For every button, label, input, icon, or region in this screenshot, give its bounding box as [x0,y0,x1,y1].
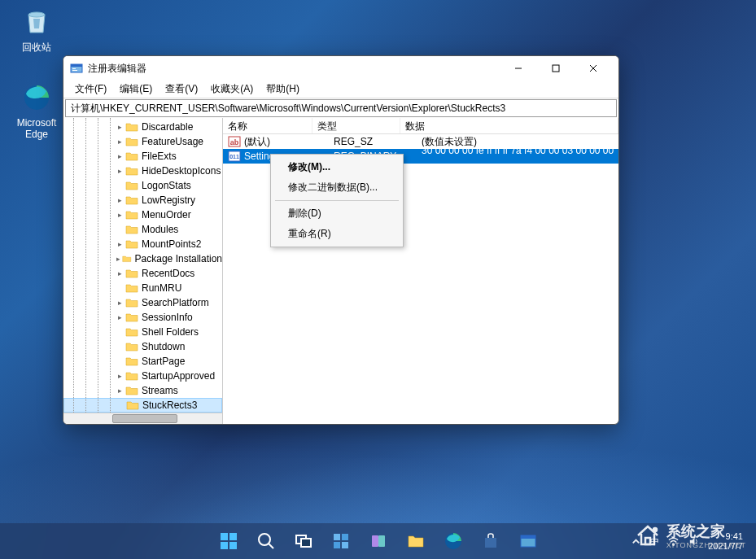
menu-view[interactable]: 查看(V) [159,81,204,98]
tree-item-label: Streams [142,385,178,396]
task-view-button[interactable] [288,526,319,557]
maximize-button[interactable] [537,56,575,81]
svg-rect-7 [553,65,559,72]
edge-taskbar-button[interactable] [438,526,469,557]
tree-item[interactable]: LogonStats [63,178,222,193]
tree-item[interactable]: Modules [63,222,222,237]
tree-item[interactable]: ▸StartupApproved [63,369,222,383]
watermark-sub: XITONGZHIJIA.NET [666,541,746,549]
tree-item[interactable]: ▸MenuOrder [63,207,222,222]
tree-item[interactable]: StartPage [63,354,222,369]
minimize-button[interactable] [500,56,537,81]
svg-rect-4 [72,68,76,69]
expand-icon[interactable]: ▸ [114,372,125,380]
expand-icon[interactable] [114,328,125,336]
ctx-separator [275,200,399,201]
expand-icon[interactable]: ▸ [114,123,125,131]
expand-icon[interactable]: ▸ [114,152,125,160]
desktop-icon-label: Microsoft Edge [8,117,65,140]
chat-button[interactable] [363,526,394,557]
expand-icon[interactable]: ▸ [114,211,125,219]
expand-icon[interactable] [114,357,125,365]
tree-item[interactable]: ▸Package Installation [63,251,222,266]
tree-item[interactable]: Shell Folders [63,325,222,339]
tree-item[interactable]: Shutdown [63,339,222,354]
expand-icon[interactable] [114,181,125,190]
tree-item[interactable]: ▸MountPoints2 [63,237,222,251]
tree-item-label: MountPoints2 [142,238,201,250]
tree-item-label: HideDesktopIcons [142,165,221,177]
regedit-window: 注册表编辑器 文件(F) 编辑(E) 查看(V) 收藏夹(A) 帮助(H) 计算… [63,55,619,425]
menu-favorites[interactable]: 收藏夹(A) [204,81,260,98]
tree-item[interactable]: ▸SessionInfo [63,310,222,325]
tree-item-label: StartPage [142,356,185,367]
svg-point-0 [28,12,45,17]
desktop-icon-label: 回收站 [22,41,51,55]
ctx-modify-binary[interactable]: 修改二进制数据(B)... [273,177,400,198]
ctx-modify[interactable]: 修改(M)... [273,157,400,177]
expand-icon[interactable] [114,284,125,292]
widgets-button[interactable] [326,526,356,557]
svg-line-19 [269,544,273,548]
tree-horizontal-scrollbar[interactable] [63,413,222,424]
search-button[interactable] [251,526,282,557]
context-menu: 修改(M)... 修改二进制数据(B)... 删除(D) 重命名(R) [270,154,404,247]
menubar: 文件(F) 编辑(E) 查看(V) 收藏夹(A) 帮助(H) [63,81,618,98]
svg-rect-24 [334,542,340,548]
start-button[interactable] [213,526,244,557]
expand-icon[interactable] [115,401,126,409]
col-header-data[interactable]: 数据 [400,118,618,133]
edge-icon [20,81,53,114]
tree-item[interactable]: ▸Discardable [63,120,222,134]
desktop-icon-recycle-bin[interactable]: 回收站 [8,5,65,55]
menu-edit[interactable]: 编辑(E) [113,81,159,98]
expand-icon[interactable]: ▸ [114,255,122,263]
tree-item-label: Shutdown [142,341,185,352]
expand-icon[interactable] [114,343,125,351]
tree-item[interactable]: ▸HideDesktopIcons [63,164,222,178]
expand-icon[interactable]: ▸ [114,299,125,307]
svg-text:011: 011 [229,154,239,159]
expand-icon[interactable]: ▸ [114,196,125,204]
tree-item[interactable]: ▸FeatureUsage [63,134,222,149]
expand-icon[interactable]: ▸ [114,386,125,395]
tree-item[interactable]: ▸LowRegistry [63,193,222,207]
expand-icon[interactable] [114,225,125,234]
tree-item[interactable]: RunMRU [63,281,222,295]
address-bar[interactable]: 计算机\HKEY_CURRENT_USER\Software\Microsoft… [65,99,617,117]
close-button[interactable] [575,56,612,81]
col-header-type[interactable]: 类型 [312,118,400,133]
tree-item[interactable]: StuckRects3 [63,398,222,413]
tree-item[interactable]: ▸FileExts [63,149,222,164]
window-title: 注册表编辑器 [88,62,500,76]
ctx-delete[interactable]: 删除(D) [273,203,400,224]
menu-help[interactable]: 帮助(H) [260,81,306,98]
tree-item-label: SessionInfo [142,312,193,323]
explorer-button[interactable] [400,526,431,557]
tree-item-label: LogonStats [142,180,191,191]
svg-rect-5 [72,70,77,71]
tree-item[interactable]: ▸Streams [63,383,222,398]
expand-icon[interactable]: ▸ [114,167,125,175]
desktop-icon-edge[interactable]: Microsoft Edge [8,81,65,140]
svg-rect-25 [342,542,348,548]
expand-icon[interactable]: ▸ [114,269,125,277]
expand-icon[interactable]: ▸ [114,138,125,146]
tree-item-label: Modules [142,224,178,235]
tree-item-label: LowRegistry [142,194,195,206]
tree-panel[interactable]: ▸Discardable▸FeatureUsage▸FileExts▸HideD… [63,118,223,424]
titlebar[interactable]: 注册表编辑器 [63,56,618,81]
col-header-name[interactable]: 名称 [223,118,312,133]
list-header[interactable]: 名称 类型 数据 [223,118,618,134]
svg-rect-22 [334,534,340,540]
expand-icon[interactable]: ▸ [114,240,125,248]
menu-file[interactable]: 文件(F) [68,81,113,98]
store-button[interactable] [475,526,506,557]
regedit-taskbar-button[interactable] [513,526,544,557]
expand-icon[interactable]: ▸ [114,313,125,321]
tree-item[interactable]: ▸SearchPlatform [63,295,222,310]
house-icon [634,522,662,549]
ctx-rename[interactable]: 重命名(R) [273,224,400,244]
tree-item[interactable]: ▸RecentDocs [63,266,222,281]
string-value-icon: ab [228,135,241,148]
